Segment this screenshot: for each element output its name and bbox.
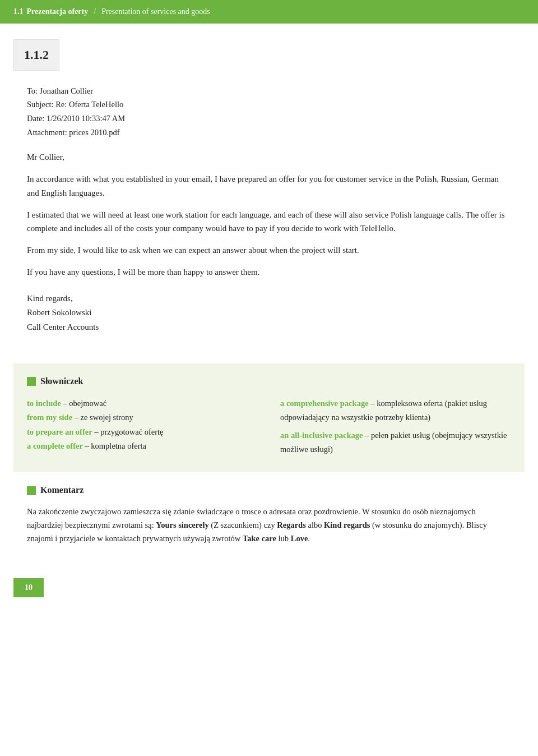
comment-section: Komentarz Na zakończenie zwyczajowo zami… (13, 483, 525, 561)
email-body-p4: If you have any questions, I will be mor… (27, 265, 511, 279)
glossary-col-right: a comprehensive package – kompleksowa of… (280, 397, 511, 460)
page-number: 10 (25, 583, 33, 592)
email-sign-3: Call Center Accounts (27, 320, 511, 335)
email-subject: Subject: Re: Oferta TeleHello (27, 98, 511, 112)
comment-title: Komentarz (27, 483, 511, 497)
glossary-term: an all-inclusive package (280, 431, 363, 440)
glossary-entry: a comprehensive package – kompleksowa of… (280, 397, 511, 425)
email-date: Date: 1/26/2010 10:33:47 AM (27, 112, 511, 126)
comment-body: Na zakończenie zwyczajowo zamieszcza się… (27, 505, 511, 546)
glossary-definition: – kompletna oferta (83, 441, 146, 450)
section-number: 1.1.2 (24, 48, 49, 62)
glossary-entry: an all-inclusive package – pełen pakiet … (280, 428, 511, 457)
header-subtitle: Presentation of services and goods (101, 6, 210, 18)
email-section: To: Jonathan Collier Subject: Re: Oferta… (0, 84, 538, 350)
glossary-title-text: Słowniczek (40, 375, 83, 389)
email-sign-1: Kind regards, (27, 292, 511, 306)
comment-title-text: Komentarz (40, 483, 84, 497)
email-body: Mr Collier, In accordance with what you … (27, 150, 511, 279)
section-number-box: 1.1.2 (13, 39, 59, 71)
glossary-entry: to prepare an offer – przygotować ofertę (27, 425, 258, 439)
green-square-icon-2 (27, 486, 36, 495)
header-bar: 1.1 Prezentacja oferty / Presentation of… (0, 0, 538, 24)
page-footer: 10 (13, 578, 44, 597)
header-separator: / (94, 6, 96, 18)
glossary-term: to prepare an offer (27, 427, 92, 436)
green-square-icon (27, 377, 36, 386)
header-section-num: 1.1 (13, 6, 24, 18)
glossary-definition: – obejmować (61, 399, 106, 408)
glossary-definition: – przygotować ofertę (92, 427, 164, 436)
email-body-p1: In accordance with what you established … (27, 172, 511, 200)
glossary-entry: to include – obejmować (27, 397, 258, 411)
email-sign-2: Robert Sokolowski (27, 306, 511, 320)
email-to: To: Jonathan Collier (27, 84, 511, 98)
email-header: To: Jonathan Collier Subject: Re: Oferta… (27, 84, 511, 140)
glossary-term: a complete offer (27, 441, 83, 450)
email-body-p2: I estimated that we will need at least o… (27, 208, 511, 236)
header-bold-label: Prezentacja oferty (27, 6, 89, 18)
email-attachment: Attachment: prices 2010.pdf (27, 126, 511, 140)
glossary-title: Słowniczek (27, 375, 511, 389)
email-salutation: Mr Collier, (27, 150, 511, 164)
email-body-p3: From my side, I would like to ask when w… (27, 243, 511, 257)
glossary-section: Słowniczek to include – obejmowaćfrom my… (13, 363, 525, 472)
glossary-columns: to include – obejmowaćfrom my side – ze … (27, 397, 511, 460)
glossary-term: a comprehensive package (280, 399, 369, 408)
glossary-term: from my side (27, 413, 72, 422)
glossary-col-left: to include – obejmowaćfrom my side – ze … (27, 397, 258, 460)
glossary-definition: – ze swojej strony (72, 413, 133, 422)
glossary-term: to include (27, 399, 61, 408)
glossary-entry: a complete offer – kompletna oferta (27, 439, 258, 453)
email-signature: Kind regards, Robert Sokolowski Call Cen… (27, 292, 511, 335)
glossary-entry: from my side – ze swojej strony (27, 411, 258, 425)
